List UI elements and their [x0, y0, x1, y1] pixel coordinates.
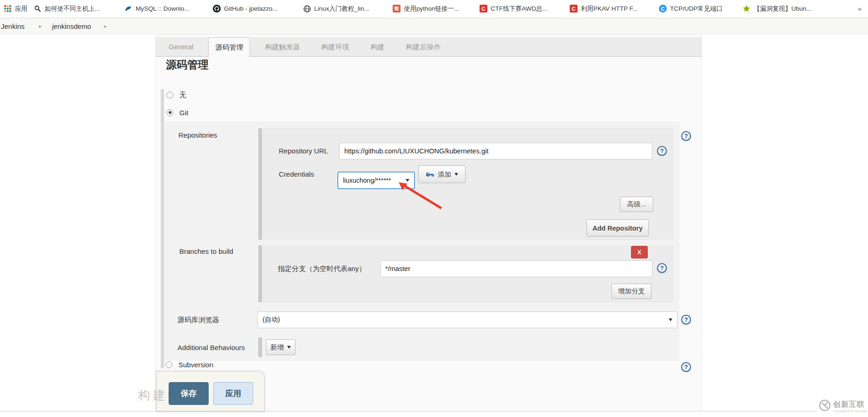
- section-drag-bar: [161, 89, 164, 368]
- csdn-favicon: C: [570, 5, 578, 13]
- apply-button[interactable]: 应用: [213, 382, 253, 405]
- credentials-selected-value: liuxuchong/******: [343, 177, 391, 184]
- scm-option-none[interactable]: 无: [166, 89, 186, 100]
- save-button[interactable]: 保存: [169, 382, 209, 405]
- bookmark-item[interactable]: C TCP/UDP常见端口: [659, 0, 723, 17]
- behaviour-drag-bar: [258, 338, 262, 357]
- mysql-favicon: [125, 5, 132, 13]
- tab-build[interactable]: 构建: [364, 37, 391, 57]
- repository-url-input[interactable]: [339, 143, 652, 159]
- bookmark-item[interactable]: 【漏洞复现】Ubun...: [743, 0, 812, 17]
- repositories-label: Repositories: [178, 131, 217, 139]
- bookmark-label: TCP/UDP常见端口: [670, 5, 723, 13]
- help-icon[interactable]: ?: [681, 315, 691, 324]
- branch-chunk-drag-bar[interactable]: [258, 245, 262, 302]
- add-behaviour-button[interactable]: 新增: [266, 339, 296, 355]
- apps-grid-icon: [4, 5, 12, 13]
- bookmarks-overflow-chevron[interactable]: »: [858, 0, 861, 17]
- radio-label: 无: [179, 91, 186, 99]
- credentials-select[interactable]: liuxuchong/******: [337, 172, 415, 189]
- remove-branch-button[interactable]: X: [631, 246, 648, 258]
- jianshu-favicon: 简: [393, 5, 401, 13]
- bottom-divider: [0, 411, 819, 411]
- bookmark-label: 利用PKAV HTTP F...: [581, 5, 638, 13]
- bookmark-label: MySQL :: Downlo...: [136, 5, 190, 12]
- chevron-down-icon: [454, 173, 458, 176]
- bookmark-label: Linux入门教程_lin...: [314, 5, 369, 13]
- key-icon: [426, 171, 434, 179]
- bookmark-item[interactable]: 简 使用python链接一...: [393, 0, 459, 17]
- csdn-favicon: C: [480, 5, 487, 13]
- magnifier-favicon: [33, 5, 41, 13]
- help-icon[interactable]: ?: [657, 146, 667, 156]
- chevron-down-icon: [406, 179, 409, 182]
- repo-browser-select[interactable]: (自动): [257, 311, 677, 328]
- bookmark-label: CTF线下赛AWD总...: [491, 5, 548, 13]
- bookmark-label: 应用: [15, 5, 27, 13]
- bookmark-item[interactable]: C 利用PKAV HTTP F...: [570, 0, 638, 17]
- globe-favicon: [303, 5, 311, 13]
- breadcrumb-jenkins[interactable]: Jenkins: [1, 18, 25, 34]
- bookmark-item[interactable]: GitHub - jpetazzo...: [213, 0, 278, 17]
- breadcrumb: Jenkins ▸ jenkinsdemo ▸: [0, 18, 868, 34]
- bookmark-item[interactable]: MySQL :: Downlo...: [125, 0, 190, 17]
- scm-option-git[interactable]: Git: [166, 107, 188, 118]
- bookmark-label: 如何使不同主机上...: [45, 5, 100, 13]
- repo-chunk-drag-bar[interactable]: [258, 128, 262, 240]
- blue-c-favicon: C: [659, 5, 667, 13]
- tab-source-code[interactable]: 源码管理: [208, 37, 250, 57]
- radio-git-icon[interactable]: [166, 109, 173, 116]
- add-repository-button[interactable]: Add Repository: [586, 219, 649, 237]
- chevron-down-icon: [287, 346, 291, 349]
- scm-option-subversion[interactable]: Subversion: [165, 359, 213, 370]
- cx-logo-icon: [819, 399, 831, 413]
- radio-label: Git: [179, 109, 188, 117]
- config-tab-bar: General 源码管理 构建触发器 构建环境 构建 构建后操作: [156, 37, 702, 57]
- star-favicon: [743, 5, 750, 13]
- bookmark-label: 【漏洞复现】Ubun...: [754, 5, 812, 13]
- add-credential-button[interactable]: 添加: [418, 165, 466, 183]
- bookmark-label: 使用python链接一...: [404, 5, 459, 13]
- watermark-title: 创新互联: [833, 400, 867, 410]
- help-icon[interactable]: ?: [681, 362, 691, 372]
- tab-post-build[interactable]: 构建后操作: [399, 37, 447, 57]
- radio-label: Subversion: [178, 361, 213, 369]
- github-favicon: [213, 5, 221, 13]
- credentials-label: Credentials: [279, 170, 314, 178]
- bookmark-label: GitHub - jpetazzo...: [224, 5, 278, 12]
- tab-build-triggers[interactable]: 构建触发器: [258, 37, 306, 57]
- breadcrumb-separator-icon: ▸: [104, 18, 107, 34]
- browser-bookmarks-bar: 应用 如何使不同主机上... MySQL :: Downlo... GitHub…: [0, 0, 868, 17]
- add-behaviour-label: 新增: [270, 343, 284, 352]
- add-branch-button[interactable]: 增加分支: [612, 284, 651, 299]
- breadcrumb-jenkinsdemo[interactable]: jenkinsdemo: [52, 18, 91, 34]
- help-icon[interactable]: ?: [657, 263, 667, 273]
- repository-url-label: Repository URL: [279, 147, 328, 155]
- branches-to-build-label: Branches to build: [179, 247, 233, 255]
- additional-behaviours-label: Additional Behaviours: [178, 344, 245, 351]
- branch-spec-label: 指定分支（为空时代表any）: [278, 265, 366, 273]
- tab-general[interactable]: General: [162, 37, 200, 57]
- watermark-subtitle: CHUANGXIN HULIAN: [833, 410, 867, 413]
- branch-spec-input[interactable]: [380, 260, 652, 277]
- bookmark-item[interactable]: Linux入门教程_lin...: [303, 0, 369, 17]
- breadcrumb-separator-icon: ▸: [39, 18, 42, 34]
- bookmark-item[interactable]: C CTF线下赛AWD总...: [480, 0, 548, 17]
- radio-none-icon[interactable]: [166, 92, 173, 99]
- chevron-down-icon: [669, 318, 672, 321]
- repo-browser-selected-value: (自动): [263, 316, 280, 324]
- help-icon[interactable]: ?: [681, 131, 691, 141]
- page-title: 源码管理: [166, 58, 209, 72]
- jenkins-configure-page: 应用 如何使不同主机上... MySQL :: Downlo... GitHub…: [0, 0, 868, 417]
- bookmark-item[interactable]: 如何使不同主机上...: [33, 0, 100, 17]
- add-credential-label: 添加: [438, 170, 451, 179]
- advanced-button[interactable]: 高级...: [620, 197, 653, 212]
- site-watermark: 创新互联 CHUANGXIN HULIAN: [817, 395, 868, 417]
- repo-browser-label: 源码库浏览器: [178, 316, 219, 324]
- save-footer-panel: 构建触发器 保存 应用: [156, 371, 265, 412]
- tab-build-env[interactable]: 构建环境: [315, 37, 355, 57]
- radio-subversion-icon[interactable]: [165, 361, 172, 368]
- bookmark-apps[interactable]: 应用: [4, 0, 27, 17]
